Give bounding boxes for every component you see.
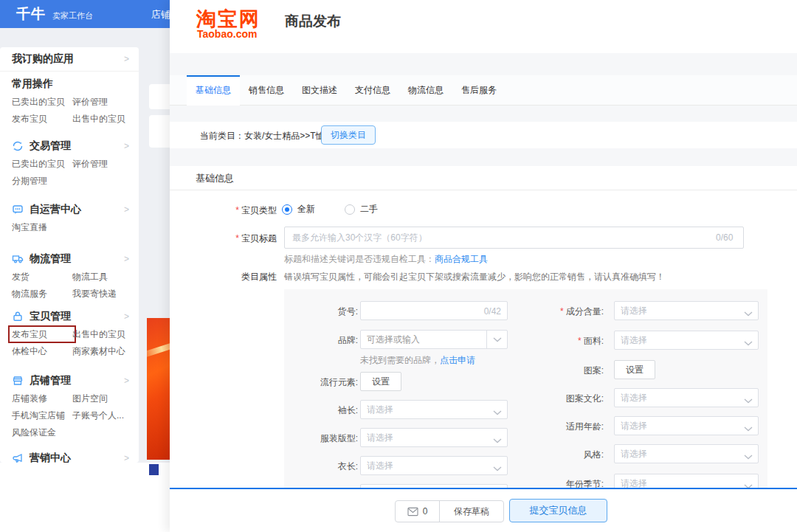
sidebar-item-shop-management[interactable]: 店铺管理 > <box>0 375 139 387</box>
chevron-down-icon <box>744 452 753 462</box>
composition-select[interactable]: 请选择 <box>614 301 759 320</box>
sidebar: 我订购的应用 > 常用操作 已卖出的宝贝 评价管理 发布宝贝 出售中的宝贝 交易… <box>0 47 139 463</box>
compliance-tool-link[interactable]: 商品合规工具 <box>435 254 488 264</box>
item-title-input[interactable] <box>284 227 744 249</box>
chevron-right-icon: > <box>124 54 129 64</box>
sidebar-link[interactable]: 发布宝贝 <box>12 114 72 124</box>
tab-sales-info[interactable]: 销售信息 <box>240 75 293 106</box>
chevron-down-icon <box>493 463 502 474</box>
age-label: 适用年龄: <box>522 421 604 433</box>
save-draft-button[interactable]: 保存草稿 <box>440 501 503 522</box>
sidebar-section-logistics: 物流管理 > 发货 物流工具 物流服务 我要寄快递 <box>0 253 139 299</box>
sidebar-section-shop-management: 店铺管理 > 店铺装修 图片空间 手机淘宝店铺 子账号个人... 风险保证金 <box>0 375 139 438</box>
attrs-warning: 错误填写宝贝属性，可能会引起宝贝下架或搜索流量减少，影响您的正常销售，请认真准确… <box>284 271 665 283</box>
chevron-right-icon: > <box>124 311 129 322</box>
basic-info-section: 基础信息 *宝贝类型 全新 二手 *宝贝标题 0/60 标题和描述关键词是否违规… <box>170 166 797 488</box>
draft-count: 0 <box>423 506 428 517</box>
chevron-right-icon: > <box>124 254 129 264</box>
sidebar-section-common: 常用操作 已卖出的宝贝 评价管理 发布宝贝 出售中的宝贝 <box>0 78 139 124</box>
pattern-culture-label: 图案文化: <box>522 393 604 405</box>
radio-new-label[interactable]: 全新 <box>297 203 315 215</box>
sidebar-link[interactable]: 发货 <box>12 272 72 282</box>
sidebar-link[interactable]: 子账号个人... <box>72 410 139 421</box>
sidebar-link[interactable]: 已卖出的宝贝 <box>12 159 72 169</box>
tab-basic-info[interactable]: 基础信息 <box>187 75 240 106</box>
sidebar-link[interactable]: 物流服务 <box>12 289 72 299</box>
pattern-set-button[interactable]: 设置 <box>614 360 655 379</box>
popular-elements-set-button[interactable]: 设置 <box>360 372 401 391</box>
sidebar-link[interactable]: 风险保证金 <box>12 427 72 438</box>
section-title-common: 常用操作 <box>0 78 139 90</box>
sidebar-link[interactable]: 已卖出的宝贝 <box>12 97 72 107</box>
sidebar-item-trade[interactable]: 交易管理 > <box>0 140 139 152</box>
sidebar-link[interactable]: 淘宝直播 <box>12 222 72 232</box>
length-select[interactable]: 请选择 <box>360 456 508 475</box>
chevron-down-icon <box>486 331 507 348</box>
sidebar-link[interactable]: 分期管理 <box>12 176 72 186</box>
draft-count-button[interactable]: 0 <box>396 501 440 522</box>
background-logo-fragment <box>149 464 159 475</box>
brand-label: 品牌: <box>284 334 358 347</box>
sidebar-link[interactable]: 评价管理 <box>72 159 139 169</box>
tab-description[interactable]: 图文描述 <box>293 75 346 106</box>
sidebar-item-my-apps[interactable]: 我订购的应用 > <box>0 47 139 72</box>
item-title-label: *宝贝标题 <box>170 232 277 245</box>
sidebar-item-item-management[interactable]: 宝贝管理 > <box>0 311 139 322</box>
switch-category-button[interactable]: 切换类目 <box>321 125 376 145</box>
sidebar-link[interactable]: 体检中心 <box>12 346 72 356</box>
chevron-right-icon: > <box>124 453 129 463</box>
sidebar-section-trade: 交易管理 > 已卖出的宝贝 评价管理 分期管理 <box>0 140 139 186</box>
submit-item-button[interactable]: 提交宝贝信息 <box>509 499 607 522</box>
sleeve-label: 袖长: <box>284 404 358 417</box>
sidebar-item-marketing[interactable]: 营销中心 > <box>0 452 139 463</box>
taobao-publish-panel: 淘宝网 Taobao.com 商品发布 基础信息 销售信息 图文描述 支付信息 … <box>170 0 797 532</box>
radio-new[interactable] <box>282 204 292 215</box>
age-select[interactable]: 请选择 <box>614 416 759 435</box>
sidebar-item-logistics[interactable]: 物流管理 > <box>0 253 139 265</box>
sidebar-link[interactable]: 手机淘宝店铺 <box>12 410 72 421</box>
radio-used[interactable] <box>345 204 355 215</box>
tab-logistics-info[interactable]: 物流信息 <box>399 75 452 106</box>
brand-select[interactable]: 可选择或输入 <box>360 330 508 349</box>
fit-select[interactable]: 请选择 <box>360 428 508 447</box>
sidebar-link[interactable]: 图片空间 <box>72 393 139 404</box>
popular-elements-label: 流行元素: <box>284 376 358 389</box>
chevron-right-icon: > <box>124 204 129 215</box>
sidebar-link[interactable]: 出售中的宝贝 <box>72 114 139 124</box>
brand-helper: 未找到需要的品牌，点击申请 <box>360 354 475 367</box>
header-nav-item-clipped[interactable]: 店铺 <box>151 8 170 21</box>
draft-button-group: 0 保存草稿 <box>395 500 504 522</box>
pattern-culture-select[interactable]: 请选择 <box>614 388 759 407</box>
sidebar-link[interactable]: 出售中的宝贝 <box>72 329 139 339</box>
sidebar-section-self-operation: 自运营中心 > 淘宝直播 <box>0 204 139 232</box>
tab-payment-info[interactable]: 支付信息 <box>346 75 399 106</box>
my-apps-label: 我订购的应用 <box>12 52 74 66</box>
style-select[interactable]: 请选择 <box>614 444 759 463</box>
sku-input[interactable] <box>367 305 477 317</box>
bag-icon <box>12 311 24 322</box>
sidebar-item-self-operation[interactable]: 自运营中心 > <box>0 204 139 215</box>
chat-icon <box>12 204 24 215</box>
category-attrs-label: 类目属性 <box>170 271 277 283</box>
truck-icon <box>12 253 24 265</box>
chevron-down-icon <box>744 424 753 434</box>
apply-brand-link[interactable]: 点击申请 <box>440 355 475 365</box>
sidebar-link[interactable]: 店铺装修 <box>12 393 72 404</box>
chevron-down-icon <box>493 407 502 418</box>
fabric-select[interactable]: 请选择 <box>614 331 759 350</box>
length-label: 衣长: <box>284 460 358 473</box>
tab-after-sales[interactable]: 售后服务 <box>452 75 506 106</box>
sidebar-link[interactable]: 物流工具 <box>72 272 139 282</box>
season-select[interactable]: 请选择 <box>614 474 759 488</box>
sidebar-link[interactable]: 商家素材中心 <box>72 346 139 356</box>
sidebar-link-publish-item-highlighted[interactable]: 发布宝贝 <box>12 329 72 339</box>
current-category-label: 当前类目：女装/女士精品>>T恤 <box>200 130 325 142</box>
megaphone-icon <box>12 452 24 463</box>
seller-workbench-label: 卖家工作台 <box>52 10 93 21</box>
style-label: 风格: <box>522 449 604 461</box>
radio-used-label[interactable]: 二手 <box>360 203 378 215</box>
chevron-down-icon <box>493 435 502 446</box>
sleeve-select[interactable]: 请选择 <box>360 400 508 419</box>
sidebar-link[interactable]: 我要寄快递 <box>72 289 139 299</box>
sidebar-link[interactable]: 评价管理 <box>72 97 139 107</box>
